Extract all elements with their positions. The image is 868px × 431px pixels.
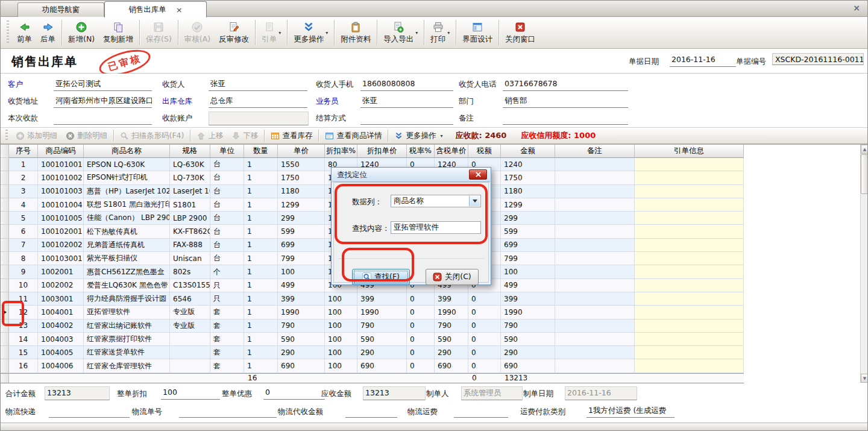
table-cell[interactable]: 299 — [501, 212, 555, 225]
table-cell[interactable]: 100 — [325, 346, 357, 359]
table-cell[interactable]: 802s — [170, 265, 210, 278]
row-indicator-cell[interactable] — [1, 359, 9, 373]
add-new-button[interactable]: 新增(N) — [64, 18, 99, 47]
table-cell[interactable]: 0 — [468, 319, 501, 333]
table-cell[interactable]: 1240 — [501, 158, 555, 171]
customer-field[interactable]: 亚拓公司测试 — [54, 78, 152, 91]
order-reduction-field[interactable]: 0 — [263, 386, 325, 400]
table-cell[interactable]: 1 — [244, 212, 278, 225]
table-cell[interactable]: 2 — [9, 171, 38, 184]
table-cell[interactable] — [635, 158, 744, 171]
more-actions-button[interactable]: 更多操作▾ — [390, 128, 447, 143]
table-cell[interactable] — [635, 252, 744, 265]
table-cell[interactable]: 只 — [210, 292, 244, 306]
current-receipt-field[interactable] — [54, 112, 152, 125]
table-cell[interactable]: 499 — [278, 279, 325, 292]
table-cell[interactable]: 红管家票据打印软件 — [84, 333, 170, 346]
row-indicator-cell[interactable] — [1, 212, 9, 225]
table-cell[interactable]: 套 — [210, 346, 244, 359]
table-cell[interactable]: 790 — [435, 319, 468, 333]
table-cell[interactable]: LQ-630K — [170, 158, 210, 171]
chevron-down-icon[interactable]: ▾ — [278, 30, 281, 36]
delivery-address-field[interactable]: 河南省郑州市中原区建设路口 — [54, 95, 152, 108]
table-cell[interactable]: 790 — [357, 319, 407, 333]
row-indicator-cell[interactable] — [1, 292, 9, 306]
table-cell[interactable]: 1180 — [278, 185, 325, 198]
logistics-freight-field[interactable] — [454, 404, 508, 418]
consignee-phone-field[interactable]: 03716678678 — [503, 78, 628, 91]
table-cell[interactable]: 1990 — [501, 306, 555, 319]
table-cell[interactable]: 1990 — [435, 306, 468, 319]
row-indicator-cell[interactable] — [1, 279, 9, 292]
table-cell[interactable] — [170, 359, 210, 373]
table-cell[interactable]: 290 — [501, 346, 555, 359]
column-header[interactable]: 引单信息 — [635, 145, 744, 158]
scroll-up-icon[interactable]: ▲ — [861, 145, 868, 154]
table-cell[interactable]: 1299 — [278, 198, 325, 212]
table-cell[interactable] — [555, 319, 635, 333]
table-cell[interactable]: 1990 — [278, 306, 325, 319]
table-cell[interactable] — [170, 333, 210, 346]
table-cell[interactable]: EPSON LQ-630K — [84, 158, 170, 171]
table-cell[interactable] — [555, 225, 635, 238]
table-cell[interactable]: 1 — [244, 171, 278, 184]
table-cell[interactable]: 15 — [9, 346, 38, 359]
table-cell[interactable]: 5 — [9, 212, 38, 225]
doc-date-input[interactable]: 2016-11-16 — [670, 54, 736, 67]
scan-barcode-button[interactable]: 扫描条形码(F4) — [116, 128, 188, 143]
row-indicator-cell[interactable] — [1, 225, 9, 238]
table-cell[interactable] — [635, 333, 744, 346]
table-cell[interactable]: 499 — [501, 279, 555, 292]
table-cell[interactable] — [555, 185, 635, 198]
view-product-detail-button[interactable]: 查看商品详情 — [321, 128, 386, 143]
dialog-close-button[interactable] — [469, 169, 487, 180]
settlement-method-field[interactable] — [360, 112, 453, 125]
remark-field[interactable] — [503, 112, 628, 125]
table-cell[interactable]: 台 — [210, 252, 244, 265]
close-button[interactable]: 关闭(C) — [426, 269, 479, 285]
table-cell[interactable]: 1750 — [278, 171, 325, 184]
table-cell[interactable]: 1 — [244, 333, 278, 346]
tab-sales-outbound[interactable]: 销售出库单 × — [104, 1, 207, 17]
freight-pay-type-field[interactable]: 1我方付运费 (生成运费 — [587, 404, 675, 418]
table-cell[interactable] — [170, 346, 210, 359]
table-cell[interactable] — [555, 239, 635, 252]
scrollbar-thumb[interactable] — [861, 154, 868, 194]
column-header[interactable]: 金额 — [501, 145, 555, 158]
row-indicator-cell[interactable] — [1, 319, 9, 333]
table-cell[interactable] — [635, 306, 744, 319]
table-cell[interactable]: 1004001 — [38, 306, 84, 319]
move-down-button[interactable]: 下移 — [227, 128, 262, 143]
scroll-down-icon[interactable]: ▼ — [861, 374, 868, 383]
table-cell[interactable]: 得力经典防滑握手设计圆 — [84, 292, 170, 306]
table-cell[interactable]: 690 — [278, 359, 325, 373]
column-header[interactable]: 折扣率% — [325, 145, 357, 158]
table-cell[interactable]: 690 — [435, 359, 468, 373]
table-cell[interactable]: 399 — [278, 292, 325, 306]
table-cell[interactable]: 0 — [407, 346, 435, 359]
table-cell[interactable]: 1002002 — [38, 279, 84, 292]
column-header[interactable]: 税额 — [468, 145, 501, 158]
table-cell[interactable]: 699 — [278, 239, 325, 252]
column-header[interactable]: 税率% — [407, 145, 435, 158]
table-cell[interactable] — [635, 185, 744, 198]
window-close-icon[interactable]: × — [853, 3, 860, 13]
find-content-input[interactable]: 亚拓管理软件 — [391, 221, 481, 234]
table-cell[interactable]: 1 — [244, 346, 278, 359]
table-cell[interactable]: 8 — [9, 252, 38, 265]
table-cell[interactable]: 台 — [210, 225, 244, 238]
table-cell[interactable] — [555, 171, 635, 184]
table-cell[interactable]: LaserJet 1020 — [170, 185, 210, 198]
receivable-amount-field[interactable]: 13213 — [363, 386, 426, 400]
table-cell[interactable]: 100 — [325, 292, 357, 306]
table-cell[interactable]: FAX-888 — [170, 239, 210, 252]
table-cell[interactable]: 590 — [435, 333, 468, 346]
table-cell[interactable]: 0 — [407, 292, 435, 306]
table-cell[interactable]: 台 — [210, 198, 244, 212]
ui-design-button[interactable]: 界面设计 — [458, 18, 497, 47]
save-button[interactable]: 保存(S) — [142, 18, 176, 47]
table-cell[interactable]: 爱普生LQ630K 黑色色带 — [84, 279, 170, 292]
table-cell[interactable]: 1 — [9, 158, 38, 171]
table-cell[interactable]: 台 — [210, 212, 244, 225]
tab-close-icon[interactable]: × — [176, 6, 183, 14]
